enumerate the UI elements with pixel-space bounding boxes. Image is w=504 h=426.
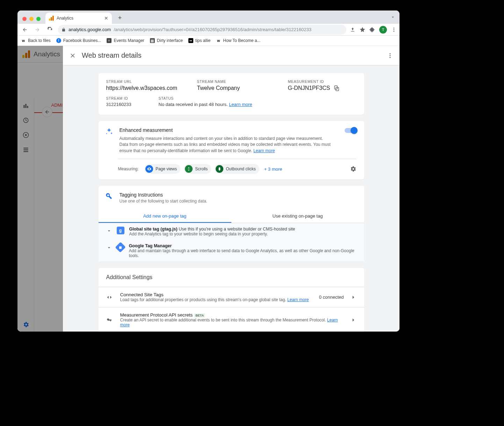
accordion-global-site-tag[interactable]: g Global site tag (gtag.js) Use this if … — [99, 223, 364, 240]
enhanced-learn-more-link[interactable]: Learn more — [253, 148, 275, 153]
additional-settings-heading: Additional Settings — [99, 268, 364, 287]
tagging-title: Tagging Instructions — [120, 192, 207, 198]
forward-button[interactable] — [33, 25, 42, 34]
svg-point-11 — [390, 57, 391, 58]
status-label: STATUS — [159, 96, 298, 100]
tab-add-new-tag[interactable]: Add new on-page tag — [99, 210, 231, 223]
code-icon — [106, 294, 114, 300]
status-text: No data received in past 48 hours. — [159, 102, 229, 107]
profile-avatar[interactable]: T — [379, 26, 387, 34]
cst-desc: Load tags for additional properties or p… — [120, 297, 288, 302]
measurement-id-value: G-DNJN1PF3CS — [288, 85, 330, 91]
macos-close[interactable] — [22, 17, 27, 21]
bookmark-item[interactable]: ▦Dirty interface — [150, 38, 183, 43]
browser-toolbar: analytics.google.com/analytics/web/provi… — [17, 24, 399, 36]
gtag-icon: g — [117, 227, 124, 234]
tab-use-existing-tag[interactable]: Use existing on-page tag — [231, 210, 364, 223]
stream-name-value: Twelve Company — [197, 85, 278, 91]
beta-badge: BETA — [194, 313, 205, 318]
bookmark-star-icon[interactable] — [360, 27, 365, 33]
wrench-icon — [105, 192, 115, 204]
bookmark-item[interactable]: ⌗Events Manager — [107, 38, 144, 43]
chevron-down-icon — [106, 243, 112, 250]
dropdown-tabs-icon[interactable] — [390, 15, 395, 20]
gs-desc: Add the Analytics tag to your website to… — [129, 232, 295, 236]
toolbar-right: T — [350, 26, 397, 34]
row-connected-site-tags[interactable]: Connected Site Tags Load tags for additi… — [99, 287, 364, 307]
chevron-down-icon — [106, 227, 112, 234]
more-events-link[interactable]: + 3 more — [264, 166, 282, 172]
bookmark-label: Back to files — [28, 38, 51, 43]
cst-value: 0 connected — [319, 294, 344, 300]
status-learn-more-link[interactable]: Learn more — [229, 102, 252, 107]
bookmark-item[interactable]: wBack to files — [21, 38, 51, 43]
gtm-icon: ◆ — [115, 242, 126, 253]
bookmark-label: Facebook Busines... — [63, 38, 101, 43]
enhanced-desc2: Data from on-page elements such as links… — [120, 142, 331, 153]
browser-tab[interactable]: Analytics ✕ — [45, 13, 112, 24]
reload-button[interactable] — [45, 25, 55, 34]
url-path: /analytics/web/provision/?authuser=0#/a2… — [114, 27, 311, 32]
cst-learn-more-link[interactable]: Learn more — [287, 297, 309, 302]
panel-body: STREAM URL https://twelve.w3spaces.com S… — [63, 65, 399, 332]
scroll-icon — [185, 165, 193, 173]
panel-menu-button[interactable] — [387, 52, 393, 59]
enhanced-measurement-toggle[interactable] — [345, 128, 357, 133]
bookmark-label: tips allie — [195, 38, 210, 43]
browser-tab-strip: Analytics ✕ + — [17, 10, 399, 24]
analytics-favicon — [49, 16, 54, 21]
mapi-title: Measurement Protocol API secrets — [120, 312, 193, 318]
close-panel-button[interactable] — [69, 52, 76, 59]
macos-minimize[interactable] — [29, 17, 34, 21]
measurement-id-label: MEASUREMENT ID — [288, 79, 344, 84]
tagging-subtitle: Use one of the following to start collec… — [120, 199, 207, 204]
bookmark-item[interactable]: wHow To Become a... — [216, 38, 260, 43]
chip-outbound: Outbound clicks — [215, 164, 259, 174]
tagging-tabs: Add new on-page tag Use existing on-page… — [99, 210, 364, 223]
bookmark-item[interactable]: fFacebook Busines... — [56, 38, 101, 43]
row-api-secrets[interactable]: Measurement Protocol API secretsBETA Cre… — [99, 307, 364, 332]
chip-page-views: Page views — [144, 164, 180, 174]
share-icon[interactable] — [350, 27, 355, 33]
new-tab-button[interactable]: + — [115, 13, 124, 22]
close-tab-button[interactable]: ✕ — [104, 15, 108, 21]
tab-title: Analytics — [57, 16, 73, 21]
enhanced-title: Enhanced measurement — [120, 127, 340, 133]
chevron-right-icon — [350, 317, 357, 323]
gs-hint: Use this if you're using a website build… — [179, 227, 295, 232]
chip-scrolls: Scrolls — [184, 164, 211, 174]
chip-label: Page views — [156, 166, 177, 171]
chrome-menu-icon[interactable] — [391, 27, 397, 33]
bookmark-item[interactable]: ••tips allie — [188, 38, 210, 43]
enhanced-settings-gear-icon[interactable] — [350, 165, 357, 172]
stream-url-label: STREAM URL — [106, 79, 187, 84]
stream-id-value: 3122160233 — [106, 102, 148, 107]
gtm-title: Google Tag Manager — [129, 243, 172, 248]
gtm-desc: Add and maintain tags through a web inte… — [129, 248, 357, 258]
address-bar[interactable]: analytics.google.com/analytics/web/provi… — [58, 25, 346, 35]
key-icon — [106, 317, 114, 323]
copy-measurement-id-button[interactable] — [333, 85, 340, 91]
svg-point-9 — [390, 53, 391, 54]
bookmark-label: Events Manager — [114, 38, 144, 43]
stream-name-label: STREAM NAME — [197, 79, 278, 84]
eye-icon — [145, 165, 153, 173]
back-button[interactable] — [20, 25, 29, 34]
enhanced-measurement-card: Enhanced measurement Automatically measu… — [99, 121, 364, 179]
accordion-google-tag-manager[interactable]: ◆ Google Tag Manager Add and maintain ta… — [99, 240, 364, 262]
chip-label: Scrolls — [195, 166, 208, 171]
panel-title: Web stream details — [82, 51, 142, 59]
url-host: analytics.google.com — [69, 27, 111, 32]
sparkle-icon — [105, 127, 115, 154]
macos-zoom[interactable] — [36, 17, 41, 21]
svg-point-10 — [390, 55, 391, 56]
svg-rect-14 — [219, 168, 221, 171]
web-stream-details-panel: Web stream details STREAM URL https://tw… — [63, 46, 399, 332]
stream-id-label: STREAM ID — [106, 96, 148, 100]
extensions-icon[interactable] — [369, 27, 375, 33]
bookmarks-bar: wBack to files fFacebook Busines... ⌗Eve… — [17, 36, 399, 46]
chip-label: Outbound clicks — [226, 166, 255, 171]
mouse-icon — [216, 165, 223, 173]
tagging-instructions-card: Tagging Instructions Use one of the foll… — [99, 186, 364, 262]
enhanced-desc1: Automatically measure interactions and c… — [120, 136, 323, 141]
